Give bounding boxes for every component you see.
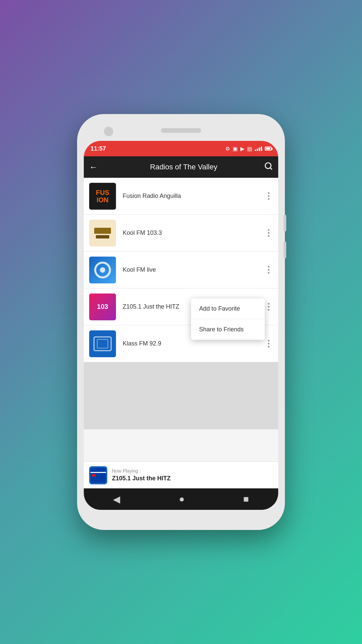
- phone-frame: 11:57 ⚙ ▣ ▶ ▤ ← Radios of The Valle: [77, 114, 285, 530]
- svg-line-1: [270, 168, 272, 169]
- share-to-friends-button[interactable]: Share to Friends: [191, 319, 265, 340]
- radio-thumbnail: 103: [89, 293, 116, 320]
- more-options-button[interactable]: [264, 263, 273, 277]
- list-item[interactable]: FUS ION Fusion Radio Anguilla: [84, 178, 278, 215]
- play-icon: ▶: [240, 146, 244, 152]
- screen-icon: ▣: [233, 146, 238, 152]
- volume-button-1: [284, 215, 286, 231]
- list-item[interactable]: Klass FM 92.9 Add to Favorite Share to F…: [84, 325, 278, 362]
- radio-thumbnail: FUS ION: [89, 183, 116, 210]
- now-playing-bar[interactable]: Now Playing : Z105.1 Just the HITZ: [84, 462, 278, 488]
- list-item[interactable]: Kool FM 103.3: [84, 215, 278, 252]
- top-bar: ← Radios of The Valley: [84, 156, 278, 178]
- radio-name: Klass FM 92.9: [123, 340, 264, 347]
- radio-thumbnail: [89, 220, 116, 247]
- radio-thumbnail: [89, 330, 116, 357]
- back-button[interactable]: ←: [89, 162, 98, 172]
- context-menu: Add to Favorite Share to Friends: [191, 299, 265, 340]
- phone-speaker: [161, 128, 201, 133]
- now-playing-info: Now Playing : Z105.1 Just the HITZ: [112, 468, 171, 482]
- status-icons: ⚙ ▣ ▶ ▤: [225, 146, 272, 152]
- status-time: 11:57: [90, 145, 106, 152]
- radio-thumbnail: [89, 257, 116, 283]
- more-options-button-klass[interactable]: [264, 336, 273, 351]
- now-playing-label: Now Playing :: [112, 468, 171, 474]
- bottom-nav: ◀ ● ■: [84, 488, 278, 510]
- radio-list: FUS ION Fusion Radio Anguilla: [84, 178, 278, 362]
- add-to-favorite-button[interactable]: Add to Favorite: [191, 299, 265, 319]
- now-playing-title: Z105.1 Just the HITZ: [112, 475, 171, 482]
- phone-camera: [104, 127, 113, 136]
- more-options-button[interactable]: [264, 189, 273, 203]
- nav-back-button[interactable]: ◀: [113, 494, 120, 505]
- radio-name: Kool FM 103.3: [123, 229, 264, 236]
- nav-home-button[interactable]: ●: [179, 494, 185, 504]
- dimmed-overlay: [84, 362, 278, 429]
- signal-icon: [255, 146, 262, 151]
- content-area: FUS ION Fusion Radio Anguilla: [84, 178, 278, 462]
- status-bar: 11:57 ⚙ ▣ ▶ ▤: [84, 141, 278, 156]
- battery-icon: [265, 147, 272, 151]
- page-title: Radios of The Valley: [103, 163, 264, 171]
- more-options-button[interactable]: [264, 226, 273, 240]
- screen: 11:57 ⚙ ▣ ▶ ▤ ← Radios of The Valle: [84, 141, 278, 510]
- more-options-button[interactable]: [264, 300, 273, 314]
- radio-name: Kool FM live: [123, 266, 264, 273]
- nav-recent-button[interactable]: ■: [243, 494, 249, 504]
- now-playing-thumbnail: [89, 466, 107, 484]
- sim-icon: ▤: [247, 146, 252, 152]
- radio-name: Fusion Radio Anguilla: [123, 193, 264, 200]
- settings-icon: ⚙: [225, 146, 230, 152]
- search-button[interactable]: [264, 162, 273, 172]
- volume-button-2: [284, 241, 286, 258]
- list-item[interactable]: Kool FM live: [84, 252, 278, 288]
